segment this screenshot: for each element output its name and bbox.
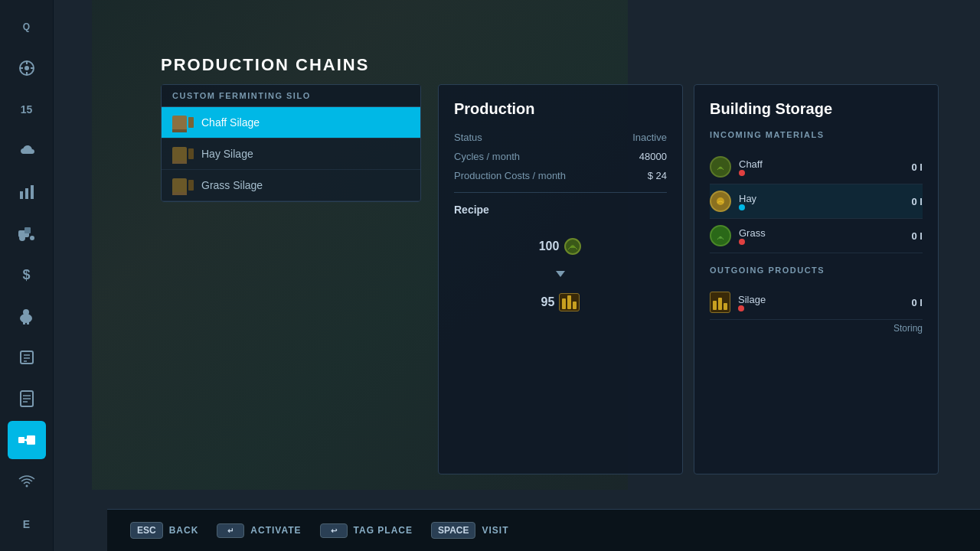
recipe-visual: 100 95 bbox=[454, 231, 667, 318]
sidebar-item-animals[interactable] bbox=[8, 297, 46, 335]
storage-item-grass: Grass 0 l bbox=[710, 219, 923, 253]
svg-rect-8 bbox=[31, 185, 34, 199]
sidebar-item-e[interactable]: E bbox=[8, 505, 46, 543]
tag-place-button[interactable]: ↩ TAG PLACE bbox=[320, 523, 413, 538]
silage-status-dot bbox=[738, 305, 744, 311]
sidebar-item-chart[interactable] bbox=[8, 173, 46, 211]
outgoing-section: OUTGOING PRODUCTS Silage 0 l Storing bbox=[710, 266, 923, 334]
back-button[interactable]: ESC BACK bbox=[130, 522, 198, 539]
svg-rect-7 bbox=[25, 188, 28, 199]
activate-button[interactable]: ↵ ACTIVATE bbox=[217, 523, 301, 538]
svg-rect-15 bbox=[23, 321, 25, 324]
storage-item-silage: Silage 0 l bbox=[710, 285, 923, 320]
svg-point-1 bbox=[24, 66, 29, 70]
main-content: PRODUCTION CHAINS CUSTOM FERMINTING SILO… bbox=[54, 0, 980, 551]
incoming-materials-header: INCOMING MATERIALS bbox=[710, 130, 923, 142]
svg-point-10 bbox=[19, 235, 25, 241]
visit-button[interactable]: SPACE VISIT bbox=[431, 522, 508, 539]
chaff-icon bbox=[710, 156, 731, 178]
costs-row: Production Costs / month $ 24 bbox=[454, 170, 667, 181]
svg-point-11 bbox=[30, 236, 34, 240]
page-title: PRODUCTION CHAINS bbox=[161, 55, 369, 75]
sidebar-item-calendar[interactable]: 15 bbox=[8, 90, 46, 129]
recipe-arrow bbox=[553, 265, 568, 284]
recipe-output: 95 bbox=[541, 293, 580, 311]
storage-panel: Building Storage INCOMING MATERIALS Chaf… bbox=[694, 84, 939, 474]
sidebar: Q 15 $ bbox=[0, 0, 54, 551]
status-row: Status Inactive bbox=[454, 132, 667, 143]
svg-rect-25 bbox=[18, 437, 24, 443]
hay-icon bbox=[710, 191, 731, 212]
outgoing-products-header: OUTGOING PRODUCTS bbox=[710, 266, 923, 278]
recipe-title: Recipe bbox=[454, 204, 667, 216]
cycles-row: Cycles / month 48000 bbox=[454, 151, 667, 162]
storage-item-chaff: Chaff 0 l bbox=[710, 150, 923, 184]
svg-marker-30 bbox=[556, 271, 565, 277]
chains-panel: CUSTOM FERMINTING SILO Chaff Silage Hay … bbox=[161, 84, 421, 202]
recipe-input: 100 bbox=[539, 237, 583, 256]
svg-rect-16 bbox=[27, 321, 29, 324]
svg-rect-6 bbox=[20, 191, 23, 199]
grass-status-dot bbox=[739, 239, 745, 245]
sidebar-item-cloud[interactable] bbox=[8, 132, 46, 170]
sidebar-item-wheel[interactable] bbox=[8, 49, 46, 87]
storage-item-hay: Hay 0 l bbox=[710, 184, 923, 219]
production-title: Production bbox=[454, 100, 667, 118]
sidebar-item-tasks[interactable] bbox=[8, 338, 46, 377]
sidebar-item-docs[interactable] bbox=[8, 380, 46, 418]
sidebar-item-tractor[interactable] bbox=[8, 214, 46, 253]
production-panel: Production Status Inactive Cycles / mont… bbox=[438, 84, 683, 474]
svg-rect-12 bbox=[24, 227, 31, 233]
storing-label: Storing bbox=[710, 323, 923, 334]
sidebar-item-q[interactable]: Q bbox=[8, 8, 46, 46]
chain-icon-hay bbox=[172, 146, 194, 161]
chaff-status-dot bbox=[739, 170, 745, 176]
chain-item-hay-silage[interactable]: Hay Silage bbox=[162, 139, 420, 170]
sidebar-item-signal[interactable] bbox=[8, 462, 46, 500]
sidebar-item-production[interactable] bbox=[8, 421, 46, 459]
sidebar-item-dollar[interactable]: $ bbox=[8, 256, 46, 294]
chain-item-chaff-silage[interactable]: Chaff Silage bbox=[162, 107, 420, 139]
grass-icon bbox=[710, 225, 731, 246]
toolbar: ESC BACK ↵ ACTIVATE ↩ TAG PLACE SPACE VI… bbox=[107, 509, 980, 551]
chain-item-grass-silage[interactable]: Grass Silage bbox=[162, 170, 420, 201]
chain-icon-grass bbox=[172, 178, 194, 193]
chains-section-header: CUSTOM FERMINTING SILO bbox=[162, 85, 420, 107]
svg-point-14 bbox=[23, 309, 29, 315]
chain-icon-chaff bbox=[172, 115, 194, 130]
prod-divider bbox=[454, 192, 667, 193]
hay-status-dot bbox=[739, 204, 745, 210]
storage-title: Building Storage bbox=[710, 100, 923, 118]
